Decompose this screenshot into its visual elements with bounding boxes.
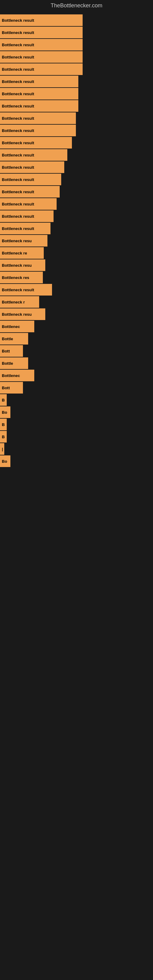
bar-label-20: Bottleneck resu [2,263,32,268]
bar-label-2: Bottleneck result [2,43,34,47]
bar-label-24: Bottleneck resu [2,312,32,317]
bar-label-0: Bottleneck result [2,18,34,23]
bar-row-14: Bottleneck result [0,186,153,197]
bar-row-36: Bo [0,455,153,467]
bar-row-18: Bottleneck resu [0,235,153,247]
bar-29: Bottlenec [0,370,34,381]
bar-0: Bottleneck result [0,14,83,26]
bar-label-8: Bottleneck result [2,116,34,121]
bar-label-25: Bottlenec [2,324,20,329]
bar-36: Bo [0,455,10,467]
bar-14: Bottleneck result [0,186,60,197]
bar-label-31: B [2,398,5,402]
bar-label-36: Bo [2,459,7,464]
bar-11: Bottleneck result [0,149,67,161]
bar-label-6: Bottleneck result [2,92,34,96]
bar-label-14: Bottleneck result [2,189,34,194]
bar-row-31: B [0,394,153,406]
bar-row-1: Bottleneck result [0,27,153,38]
bar-34: B [0,431,7,442]
bar-6: Bottleneck result [0,88,78,100]
bar-24: Bottleneck resu [0,309,45,320]
bar-26: Bottle [0,333,28,345]
bar-row-9: Bottleneck result [0,125,153,136]
bar-row-5: Bottleneck result [0,76,153,87]
bar-label-17: Bottleneck result [2,226,34,231]
bar-5: Bottleneck result [0,76,78,87]
bar-label-32: Bo [2,410,7,415]
bar-21: Bottleneck res [0,272,43,283]
bar-row-3: Bottleneck result [0,51,153,63]
bar-16: Bottleneck result [0,210,54,222]
bar-row-32: Bo [0,406,153,418]
bar-28: Bottle [0,357,28,369]
bar-row-12: Bottleneck result [0,161,153,173]
bar-label-9: Bottleneck result [2,128,34,133]
bar-35: | [0,443,4,455]
bar-row-10: Bottleneck result [0,137,153,148]
bar-23: Bottleneck r [0,296,39,308]
bar-row-17: Bottleneck result [0,223,153,234]
bar-18: Bottleneck resu [0,235,48,247]
bar-row-13: Bottleneck result [0,173,153,185]
bar-row-23: Bottleneck r [0,296,153,308]
bar-row-16: Bottleneck result [0,210,153,222]
bar-row-20: Bottleneck resu [0,259,153,271]
bar-13: Bottleneck result [0,173,61,185]
bar-row-19: Bottleneck re [0,247,153,259]
bar-label-35: | [2,447,3,452]
bar-row-25: Bottlenec [0,321,153,332]
bar-row-8: Bottleneck result [0,112,153,124]
bar-row-7: Bottleneck result [0,100,153,112]
bar-15: Bottleneck result [0,198,57,210]
bar-label-10: Bottleneck result [2,140,34,145]
site-title: TheBottlenecker.com [0,0,153,11]
bar-label-13: Bottleneck result [2,177,34,182]
bar-17: Bottleneck result [0,223,51,234]
bar-label-11: Bottleneck result [2,153,34,158]
bar-label-12: Bottleneck result [2,165,34,170]
bar-label-16: Bottleneck result [2,214,34,219]
bar-label-15: Bottleneck result [2,202,34,207]
bar-row-22: Bottleneck result [0,284,153,296]
bar-10: Bottleneck result [0,137,72,148]
bar-row-33: B [0,418,153,430]
bar-row-26: Bottle [0,333,153,345]
bar-3: Bottleneck result [0,51,83,63]
bar-label-3: Bottleneck result [2,55,34,59]
bar-row-21: Bottleneck res [0,272,153,283]
bar-label-18: Bottleneck resu [2,239,32,243]
bar-row-24: Bottleneck resu [0,309,153,320]
bar-label-4: Bottleneck result [2,67,34,72]
bar-row-6: Bottleneck result [0,88,153,100]
bar-20: Bottleneck resu [0,259,45,271]
bar-22: Bottleneck result [0,284,52,296]
bar-12: Bottleneck result [0,161,64,173]
bar-row-35: | [0,443,153,455]
bar-31: B [0,394,7,406]
bar-1: Bottleneck result [0,27,83,38]
bar-7: Bottleneck result [0,100,78,112]
bar-label-7: Bottleneck result [2,104,34,108]
bar-30: Bott [0,382,23,393]
bar-2: Bottleneck result [0,39,83,51]
bar-row-11: Bottleneck result [0,149,153,161]
bar-label-27: Bott [2,349,10,353]
bar-9: Bottleneck result [0,125,76,136]
bar-33: B [0,418,7,430]
bar-4: Bottleneck result [0,64,83,75]
bar-row-4: Bottleneck result [0,64,153,75]
bar-label-5: Bottleneck result [2,79,34,84]
bar-25: Bottlenec [0,321,34,332]
bar-row-0: Bottleneck result [0,14,153,26]
bar-19: Bottleneck re [0,247,44,259]
bar-label-21: Bottleneck res [2,275,29,280]
bar-label-34: B [2,434,5,439]
bar-label-23: Bottleneck r [2,300,25,304]
bar-row-2: Bottleneck result [0,39,153,51]
bar-row-30: Bott [0,382,153,393]
bar-row-34: B [0,431,153,442]
bar-32: Bo [0,406,10,418]
bar-row-28: Bottle [0,357,153,369]
bar-row-15: Bottleneck result [0,198,153,210]
